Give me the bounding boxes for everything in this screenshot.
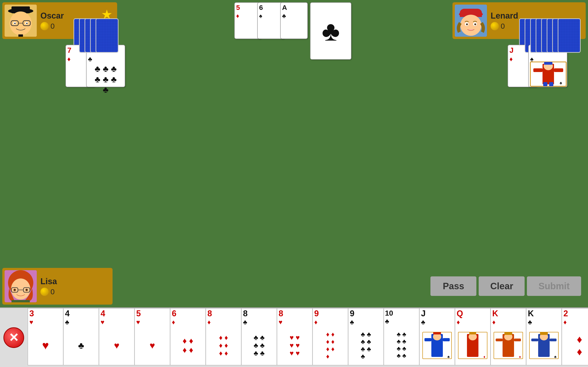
svg-rect-44: [433, 332, 441, 334]
svg-rect-63: [540, 332, 548, 335]
oscar-name: Oscar: [40, 11, 64, 21]
center-played-cards: 5 ♦ 6 ♠ A ♣ ♣: [234, 2, 351, 60]
svg-point-34: [11, 278, 30, 300]
cancel-button[interactable]: ✕: [3, 327, 24, 348]
hand-card-jc[interactable]: J ♣ ♣: [419, 308, 455, 365]
lenard-avatar: [455, 5, 487, 37]
lenard-coin-icon: [491, 22, 499, 30]
oscar-avatar: [5, 5, 37, 37]
lisa-coin-icon: [40, 288, 49, 296]
svg-point-39: [26, 289, 28, 291]
hand-card-kc[interactable]: K ♣ ♣: [526, 308, 562, 365]
hand-card-qd[interactable]: Q ♦ ♦: [455, 308, 490, 365]
hand-card-4h[interactable]: 4 ♥ ♥: [99, 308, 134, 365]
lisa-coin-count: 0: [51, 288, 55, 296]
hand-card-4c[interactable]: 4 ♣ ♣: [63, 308, 99, 365]
lenard-coins: 0: [491, 22, 518, 31]
svg-point-10: [26, 23, 27, 24]
lenard-coin-count: 0: [501, 22, 505, 31]
hand-card-3h[interactable]: 3 ♥ ♥: [27, 308, 63, 365]
svg-rect-28: [543, 82, 547, 86]
svg-point-20: [474, 23, 476, 25]
lisa-info: Lisa 0: [40, 277, 57, 296]
hand-card-8h[interactable]: 8 ♥ ♥ ♥♥ ♥♥ ♥: [277, 308, 312, 365]
svg-rect-56: [504, 332, 512, 335]
oscar-info: Oscar 0: [40, 11, 64, 31]
svg-rect-46: [443, 338, 450, 341]
hand-card-5h[interactable]: 5 ♥ ♥: [134, 308, 170, 365]
svg-rect-26: [533, 68, 543, 72]
hand-card-9c[interactable]: 9 ♣ ♣ ♣♣ ♣♣ ♣♣: [348, 308, 384, 365]
svg-point-19: [466, 23, 468, 25]
hand-card-9d[interactable]: 9 ♦ ♦ ♦♦ ♦♦ ♦♦: [312, 308, 348, 365]
hand-card-8d[interactable]: 8 ♦ ♦ ♦♦ ♦♦ ♦: [206, 308, 241, 365]
svg-text:♣: ♣: [554, 355, 557, 359]
oscar-coin-icon: [40, 22, 49, 30]
pass-button[interactable]: Pass: [431, 276, 476, 296]
lisa-name: Lisa: [40, 277, 57, 286]
action-buttons: Pass Clear Submit: [431, 276, 581, 296]
lisa-coins: 0: [40, 288, 57, 296]
svg-rect-45: [424, 338, 431, 341]
hand-card-6d[interactable]: 6 ♦ ♦ ♦ ♦ ♦: [170, 308, 206, 365]
svg-rect-29: [549, 82, 553, 86]
oscar-coin-count: 0: [51, 22, 55, 31]
hand-card-kd[interactable]: K ♦ ♦: [490, 308, 526, 365]
svg-text:♦: ♦: [519, 355, 521, 359]
svg-rect-27: [554, 68, 563, 72]
svg-rect-25: [544, 62, 552, 65]
hand-card-10c[interactable]: 10 ♣ ♣ ♣♣ ♣♣ ♣♣ ♣: [384, 308, 419, 365]
hand-card-8c[interactable]: 8 ♣ ♣ ♣♣ ♣♣ ♣: [241, 308, 277, 365]
svg-rect-65: [550, 339, 556, 341]
svg-rect-57: [496, 339, 502, 341]
oscar-card-backs: [73, 18, 120, 54]
lisa-panel: Lisa 0: [2, 268, 112, 305]
svg-rect-51: [469, 332, 476, 334]
svg-rect-40: [11, 300, 30, 302]
svg-text:♠: ♠: [560, 80, 562, 85]
svg-rect-11: [18, 34, 23, 37]
svg-point-16: [460, 15, 481, 36]
svg-text:♦: ♦: [484, 355, 485, 359]
svg-point-38: [14, 289, 16, 291]
lisa-avatar: [5, 270, 37, 302]
clear-button[interactable]: Clear: [479, 276, 525, 296]
hand-area: ✕ 3 ♥ ♥ 4 ♣ ♣ 4 ♥ ♥ 5 ♥ ♥ 6 ♦: [0, 307, 588, 367]
lenard-info: Lenard 0: [491, 11, 518, 31]
submit-button[interactable]: Submit: [527, 276, 581, 296]
svg-text:♣: ♣: [447, 355, 450, 359]
game-table: Oscar 0 ★ 7 ♦ 7 ♣: [0, 0, 588, 367]
oscar-coins: 0: [40, 22, 64, 31]
lenard-name: Lenard: [491, 11, 518, 21]
hand-card-2d[interactable]: 2 ♦ ♦♦: [562, 308, 588, 365]
svg-point-9: [14, 23, 16, 24]
svg-rect-58: [514, 339, 521, 341]
svg-rect-64: [531, 339, 538, 341]
